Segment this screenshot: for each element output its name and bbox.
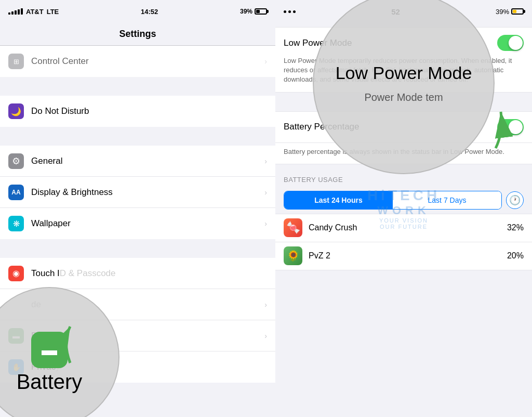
usage-tabs-container: Last 24 Hours Last 7 Days 🕐 [275, 187, 532, 210]
battery-fill-right [513, 10, 516, 13]
display-icon: AA [8, 185, 24, 200]
signal-dot-2 [11, 11, 14, 15]
wallpaper-icon: ❋ [8, 216, 24, 231]
section-device: ⚙ General › AA Display & Brightness › ❋ … [0, 146, 275, 239]
settings-row-dnd[interactable]: 🌙 Do Not Disturb [0, 96, 275, 127]
passcode-chevron: › [264, 301, 267, 309]
signal-dot-3 [15, 10, 17, 15]
signal-dots-right [284, 10, 296, 13]
signal-dot-5 [21, 8, 23, 15]
wallpaper-label: Wallpaper [31, 218, 257, 229]
candy-crush-name: Candy Crush [309, 223, 501, 232]
pvz-icon: 🌻 [284, 246, 302, 265]
circle-low-power-title: Low Power Mode [320, 63, 488, 83]
table-row[interactable]: 🍬 Candy Crush 32% [275, 214, 532, 242]
low-power-circle-overlay: Low Power Mode Power Mode tem [313, 0, 495, 174]
dnd-icon: 🌙 [8, 103, 24, 119]
touchid-label: Touch ID & Passcode [31, 268, 267, 279]
display-chevron: › [264, 188, 267, 197]
status-battery-right: 39% [496, 8, 524, 16]
signal-dot-1 [8, 12, 10, 15]
signal-dot-4 [18, 9, 20, 15]
battery-usage-title: BATTERY USAGE [284, 176, 343, 184]
status-time-left: 14:52 [141, 8, 158, 16]
circle-power-mode-sub: Power Mode tem [364, 92, 443, 103]
page-title: Settings [119, 29, 156, 40]
battery-pct-text-right: 39% [496, 8, 509, 16]
nav-bar-left: Settings [0, 23, 275, 46]
settings-row-general[interactable]: ⚙ General › [0, 146, 275, 177]
app-list: 🍬 Candy Crush 32% 🌻 PvZ 2 20% [275, 214, 532, 270]
section-general: ⊞ Control Center › [0, 46, 275, 77]
control-center-label: Control Center [31, 56, 257, 67]
status-carrier-area: AT&T LTE [8, 8, 59, 16]
history-icon[interactable]: 🕐 [506, 191, 524, 209]
candy-crush-icon: 🍬 [284, 218, 302, 237]
section-dnd: 🌙 Do Not Disturb [0, 96, 275, 127]
candy-crush-pct: 32% [507, 223, 524, 232]
status-battery-left: 39% [240, 8, 267, 15]
display-label: Display & Brightness [31, 187, 257, 198]
tab-last-7d[interactable]: Last 7 Days [393, 191, 501, 209]
battery-arrow [52, 321, 88, 370]
general-icon: ⚙ [8, 153, 24, 169]
battery-icon-left [255, 8, 267, 15]
dot-3 [293, 10, 296, 13]
status-bar-left: AT&T LTE 14:52 39% [0, 0, 275, 23]
settings-row-display[interactable]: AA Display & Brightness › [0, 177, 275, 208]
dot-2 [288, 10, 291, 13]
control-center-icon: ⊞ [8, 54, 24, 69]
settings-row-touchid[interactable]: ◉ Touch ID & Passcode [0, 258, 275, 289]
control-center-chevron: › [264, 57, 267, 66]
right-panel: 52 39% Low Power Mode Low Power Mode tem… [275, 0, 532, 417]
wallpaper-chevron: › [264, 219, 267, 228]
usage-tabs: Last 24 Hours Last 7 Days [284, 191, 502, 210]
pvz-pct: 20% [507, 251, 524, 260]
general-label: General [31, 156, 257, 166]
battery-fill-left [256, 10, 260, 13]
pvz-name: PvZ 2 [309, 251, 501, 260]
settings-row-wallpaper[interactable]: ❋ Wallpaper › [0, 208, 275, 239]
battery-chevron: › [264, 332, 267, 340]
battery-pct-text-left: 39% [240, 8, 252, 15]
left-panel: AT&T LTE 14:52 39% Settings ⊞ Control Ce… [0, 0, 275, 417]
network-type: LTE [47, 8, 59, 16]
dnd-label: Do Not Disturb [31, 106, 267, 116]
dot-1 [284, 10, 286, 13]
settings-row-control-center[interactable]: ⊞ Control Center › [0, 46, 275, 77]
separator-2 [0, 127, 275, 146]
touchid-icon: ◉ [8, 266, 24, 281]
low-power-arrow [477, 107, 514, 155]
separator-1 [0, 77, 275, 96]
battery-icon-right [511, 8, 524, 15]
carrier-name: AT&T [26, 8, 44, 16]
signal-dots [8, 8, 23, 15]
tab-last-24h[interactable]: Last 24 Hours [284, 191, 393, 209]
table-row[interactable]: 🌻 PvZ 2 20% [275, 242, 532, 270]
general-chevron: › [264, 157, 267, 165]
separator-3 [0, 239, 275, 258]
battery-circle-label: Battery [17, 370, 83, 394]
low-power-toggle[interactable] [497, 35, 524, 51]
